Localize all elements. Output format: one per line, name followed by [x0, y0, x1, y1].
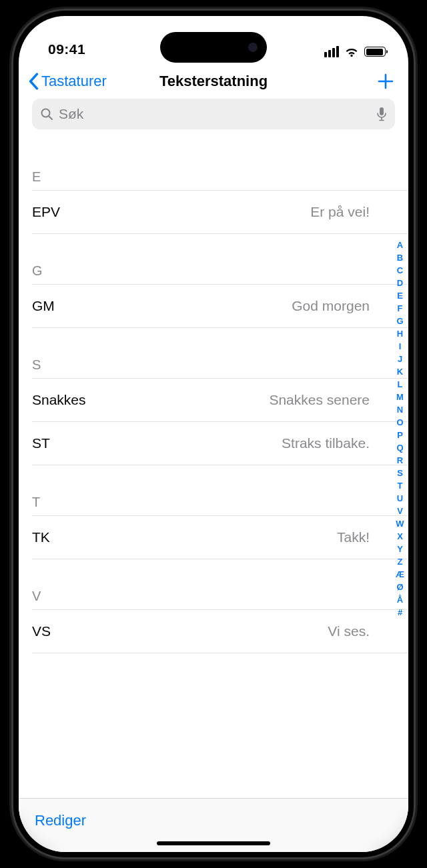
index-letter[interactable]: D	[397, 277, 403, 289]
list-item[interactable]: STStraks tilbake.	[32, 422, 408, 465]
back-label: Tastaturer	[41, 73, 107, 90]
index-letter[interactable]: Å	[397, 593, 403, 606]
wifi-icon	[344, 47, 359, 57]
index-letter[interactable]: Y	[397, 543, 403, 555]
list-item[interactable]: SnakkesSnakkes senere	[32, 379, 408, 422]
status-icons	[324, 46, 386, 57]
device-frame: 09:41 Tastaturer Teksterst	[13, 11, 414, 857]
home-indicator[interactable]	[157, 841, 270, 845]
svg-line-1	[49, 117, 53, 120]
index-letter[interactable]: Z	[398, 555, 403, 568]
index-letter[interactable]: Ø	[396, 581, 403, 593]
search-placeholder: Søk	[59, 106, 371, 122]
add-button[interactable]	[376, 72, 395, 91]
dynamic-island	[160, 32, 267, 63]
index-letter[interactable]: O	[396, 416, 403, 429]
index-letter[interactable]: V	[397, 505, 403, 517]
svg-rect-2	[380, 107, 384, 115]
section-header: G	[32, 234, 408, 285]
content: EEPVEr på vei!GGMGod morgenSSnakkesSnakk…	[19, 132, 408, 798]
index-letter[interactable]: F	[398, 302, 403, 315]
text-replacement-list[interactable]: EEPVEr på vei!GGMGod morgenSSnakkesSnakk…	[19, 132, 408, 798]
plus-icon	[376, 72, 395, 91]
shortcut-text: ST	[32, 435, 50, 451]
shortcut-text: Snakkes	[32, 392, 86, 408]
status-time: 09:41	[48, 41, 85, 57]
list-item[interactable]: GMGod morgen	[32, 285, 408, 328]
back-button[interactable]: Tastaturer	[28, 73, 107, 90]
index-letter[interactable]: E	[397, 289, 403, 302]
phrase-text: Snakkes senere	[269, 392, 370, 408]
list-item[interactable]: VSVi ses.	[32, 610, 408, 653]
index-letter[interactable]: G	[396, 315, 403, 327]
index-letter[interactable]: C	[397, 264, 403, 277]
svg-point-0	[42, 109, 50, 117]
phrase-text: Er på vei!	[310, 204, 370, 220]
search-icon	[40, 107, 53, 121]
index-letter[interactable]: N	[397, 403, 403, 416]
search-container: Søk	[19, 99, 408, 132]
index-letter[interactable]: M	[396, 391, 404, 403]
cellular-icon	[324, 46, 339, 57]
chevron-left-icon	[28, 73, 39, 90]
list-item[interactable]: EPVEr på vei!	[32, 191, 408, 234]
search-input[interactable]: Søk	[32, 99, 395, 129]
phrase-text: Straks tilbake.	[282, 435, 370, 451]
index-letter[interactable]: J	[398, 353, 402, 365]
phrase-text: God morgen	[292, 298, 370, 314]
index-letter[interactable]: K	[397, 365, 403, 378]
index-letter[interactable]: B	[397, 251, 403, 264]
index-letter[interactable]: S	[397, 467, 403, 479]
index-letter[interactable]: W	[396, 517, 404, 530]
section-header: V	[32, 559, 408, 610]
list-item[interactable]: TKTakk!	[32, 516, 408, 559]
index-letter[interactable]: X	[397, 530, 403, 543]
shortcut-text: EPV	[32, 204, 60, 220]
index-letter[interactable]: Æ	[396, 568, 404, 581]
index-letter[interactable]: A	[397, 239, 403, 251]
index-letter[interactable]: P	[397, 429, 403, 441]
screen: 09:41 Tastaturer Teksterst	[19, 16, 408, 852]
index-letter[interactable]: #	[398, 606, 402, 619]
microphone-icon	[376, 107, 387, 121]
index-letter[interactable]: I	[399, 340, 402, 353]
index-letter[interactable]: T	[398, 479, 403, 492]
shortcut-text: TK	[32, 529, 50, 545]
battery-icon	[364, 47, 386, 57]
nav-bar: Tastaturer Teksterstatning	[19, 59, 408, 99]
shortcut-text: VS	[32, 623, 51, 639]
dictate-button[interactable]	[376, 107, 387, 121]
index-letter[interactable]: Q	[396, 441, 403, 454]
section-header: E	[32, 132, 408, 191]
edit-button[interactable]: Rediger	[35, 812, 86, 829]
shortcut-text: GM	[32, 298, 55, 314]
index-letter[interactable]: R	[397, 454, 403, 467]
index-letter[interactable]: U	[397, 492, 403, 505]
phrase-text: Takk!	[337, 529, 370, 545]
section-header: S	[32, 328, 408, 379]
index-letter[interactable]: H	[397, 327, 403, 340]
section-index[interactable]: ABCDEFGHIJKLMNOPQRSTUVWXYZÆØÅ#	[396, 239, 404, 619]
index-letter[interactable]: L	[398, 378, 403, 391]
phrase-text: Vi ses.	[328, 623, 370, 639]
section-header: T	[32, 465, 408, 516]
